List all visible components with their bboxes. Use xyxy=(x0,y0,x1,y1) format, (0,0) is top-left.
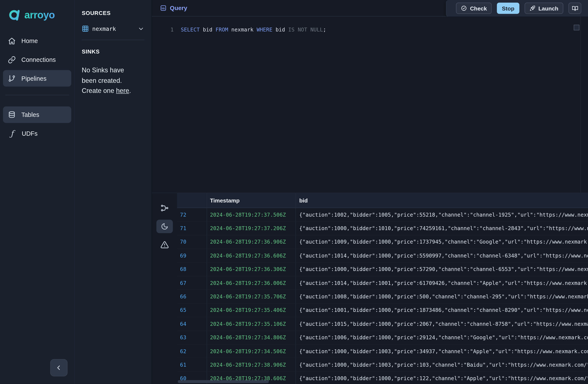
row-timestamp: 2024-06-28T19:27:37.206Z xyxy=(207,222,296,235)
results-panel: Timestamp bid 72 2024-06-28T19:27:37.506… xyxy=(152,193,588,384)
results-toolbar xyxy=(152,193,177,384)
sinks-heading: SINKS xyxy=(82,48,144,55)
row-timestamp: 2024-06-28T19:27:36.306Z xyxy=(207,263,296,276)
stop-button[interactable]: Stop xyxy=(497,2,519,14)
table-row: 66 2024-06-28T19:27:35.706Z {"auction":1… xyxy=(177,290,588,303)
table-row: 64 2024-06-28T19:27:35.106Z {"auction":1… xyxy=(177,317,588,331)
table-row: 68 2024-06-28T19:27:36.306Z {"auction":1… xyxy=(177,263,588,276)
results-rows: 72 2024-06-28T19:27:37.506Z {"auction":1… xyxy=(177,208,588,384)
results-table: Timestamp bid 72 2024-06-28T19:27:37.506… xyxy=(177,193,588,384)
sidebar-item-pipelines[interactable]: Pipelines xyxy=(3,70,71,86)
editor-overview-marker xyxy=(574,25,579,30)
check-button-label: Check xyxy=(470,5,487,12)
warning-icon xyxy=(160,241,169,249)
row-timestamp: 2024-06-28T19:27:35.406Z xyxy=(207,303,296,317)
catalog-divider xyxy=(82,40,144,40)
svg-text:SQL: SQL xyxy=(162,7,165,10)
tab-query-label: Query xyxy=(170,5,187,12)
arroyo-logo-icon xyxy=(8,9,21,21)
logo-text: arroyo xyxy=(24,9,55,21)
chevron-down-icon[interactable] xyxy=(138,25,145,32)
check-circle-icon xyxy=(461,5,467,11)
row-timestamp: 2024-06-28T19:27:35.106Z xyxy=(207,317,296,330)
row-timestamp: 2024-06-28T19:27:37.506Z xyxy=(207,208,296,221)
launch-button-label: Launch xyxy=(538,5,558,12)
results-header-row: Timestamp bid xyxy=(177,193,588,208)
row-id: 72 xyxy=(177,208,207,221)
moon-icon xyxy=(161,222,168,230)
sidebar-item-label: Connections xyxy=(21,56,56,63)
rocket-icon xyxy=(529,5,535,11)
sidebar-nav: Home Connections Pipelines Tables ƒ UDFs xyxy=(3,33,71,144)
tab-query[interactable]: SQL Query xyxy=(160,5,187,12)
sidebar-item-connections[interactable]: Connections xyxy=(3,51,71,68)
source-item-nexmark[interactable]: nexmark xyxy=(82,25,144,32)
row-timestamp: 2024-06-28T19:27:36.606Z xyxy=(207,249,296,262)
sinks-text-after: . xyxy=(129,87,131,94)
home-icon xyxy=(8,37,16,45)
row-bid: {"auction":1000,"bidder":1003,"price":10… xyxy=(296,358,588,371)
sidebar-item-home[interactable]: Home xyxy=(3,33,71,49)
row-timestamp: 2024-06-28T19:27:35.706Z xyxy=(207,290,296,303)
row-id: 65 xyxy=(177,303,207,317)
row-timestamp: 2024-06-28T19:27:38.906Z xyxy=(207,358,296,371)
main-area: SQL Query Check Stop Launch xyxy=(152,0,588,384)
topbar: SQL Query Check Stop Launch xyxy=(152,0,588,17)
sidebar-collapse-button[interactable] xyxy=(50,359,68,377)
sql-icon: SQL xyxy=(160,5,167,11)
sql-editor[interactable]: 1 SELECT bid FROM nexmark WHERE bid IS N… xyxy=(152,17,588,193)
row-bid: {"auction":1002,"bidder":1005,"price":55… xyxy=(296,208,588,221)
row-id: 66 xyxy=(177,290,207,303)
row-timestamp: 2024-06-28T19:27:34.806Z xyxy=(207,331,296,344)
sidebar-item-tables[interactable]: Tables xyxy=(3,106,71,123)
arroyo-app: arroyo Home Connections Pipelines Tables… xyxy=(0,0,588,384)
sidebar-item-label: Tables xyxy=(21,111,39,118)
row-timestamp: 2024-06-28T19:27:36.906Z xyxy=(207,235,296,248)
sidebar-item-label: UDFs xyxy=(22,130,38,137)
row-id: 63 xyxy=(177,331,207,344)
header-timestamp: Timestamp xyxy=(207,193,296,208)
horizontal-scrollbar-thumb[interactable] xyxy=(178,380,269,383)
udfs-icon: ƒ xyxy=(8,129,16,138)
pipeline-graph-icon xyxy=(160,204,169,212)
table-row: 61 2024-06-28T19:27:38.906Z {"auction":1… xyxy=(177,358,588,372)
row-bid: {"auction":1000,"bidder":1000,"price":12… xyxy=(296,372,588,384)
table-row: 71 2024-06-28T19:27:37.206Z {"auction":1… xyxy=(177,222,588,235)
code-line: 1 SELECT bid FROM nexmark WHERE bid IS N… xyxy=(152,17,588,33)
row-bid: {"auction":1009,"bidder":1000,"price":17… xyxy=(296,235,588,248)
row-bid: {"auction":1000,"bidder":1010,"price":74… xyxy=(296,222,588,235)
sources-heading: SOURCES xyxy=(82,10,144,16)
tab-errors[interactable] xyxy=(156,238,173,251)
tab-outputs[interactable] xyxy=(156,220,173,233)
row-bid: {"auction":1000,"bidder":1003,"price":34… xyxy=(296,344,588,358)
editor-scrollbar-track[interactable] xyxy=(581,17,581,193)
row-bid: {"auction":1015,"bidder":1000,"price":20… xyxy=(296,317,588,330)
table-row: 69 2024-06-28T19:27:36.606Z {"auction":1… xyxy=(177,249,588,263)
sinks-empty-text: No Sinks have been created. Create one h… xyxy=(82,65,134,96)
create-sink-link[interactable]: here xyxy=(116,87,129,94)
launch-button[interactable]: Launch xyxy=(525,2,563,14)
tab-pipeline-graph[interactable] xyxy=(156,201,173,215)
table-row: 62 2024-06-28T19:27:34.506Z {"auction":1… xyxy=(177,344,588,358)
table-grid-icon xyxy=(82,25,89,32)
chevron-left-icon xyxy=(55,364,63,372)
sidebar-item-udfs[interactable]: ƒ UDFs xyxy=(3,125,71,142)
arroyo-logo[interactable]: arroyo xyxy=(3,6,71,24)
row-id: 61 xyxy=(177,358,207,371)
docs-button[interactable] xyxy=(568,2,581,14)
row-bid: {"auction":1008,"bidder":1000,"price":50… xyxy=(296,290,588,303)
nav-divider xyxy=(5,95,69,95)
header-bid: bid xyxy=(296,193,588,208)
sidebar: arroyo Home Connections Pipelines Tables… xyxy=(0,0,75,384)
row-bid: {"auction":1001,"bidder":1000,"price":18… xyxy=(296,303,588,317)
table-row: 70 2024-06-28T19:27:36.906Z {"auction":1… xyxy=(177,235,588,249)
row-bid: {"auction":1014,"bidder":1000,"price":55… xyxy=(296,249,588,262)
check-button[interactable]: Check xyxy=(456,2,492,14)
pipeline-actions-bar: Check Stop Launch xyxy=(446,0,588,17)
sidebar-item-label: Home xyxy=(21,37,38,44)
row-id: 64 xyxy=(177,317,207,330)
row-timestamp: 2024-06-28T19:27:34.506Z xyxy=(207,344,296,358)
source-name: nexmark xyxy=(92,25,116,32)
line-number: 1 xyxy=(152,26,174,33)
row-timestamp: 2024-06-28T19:27:36.006Z xyxy=(207,276,296,290)
